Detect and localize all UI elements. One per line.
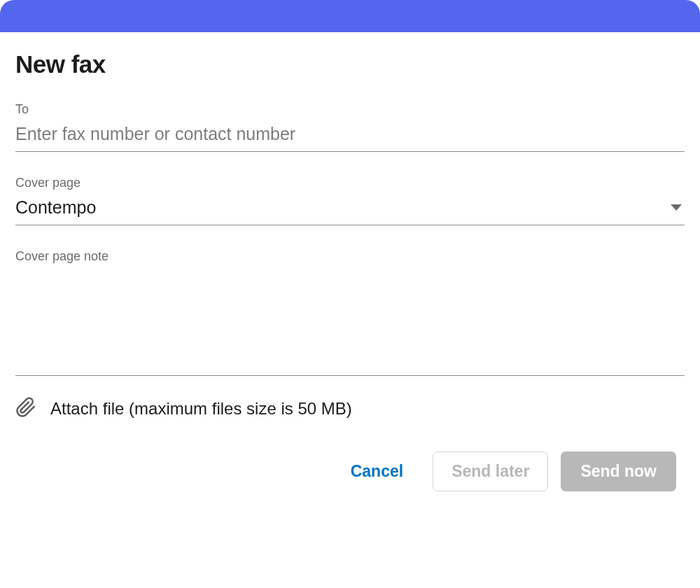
cover-page-note-label: Cover page note <box>15 249 685 264</box>
cover-page-label: Cover page <box>15 176 685 190</box>
cover-page-note-field-group: Cover page note <box>15 249 685 397</box>
cover-page-select[interactable]: Contempo <box>15 197 685 225</box>
send-later-button[interactable]: Send later <box>433 451 548 491</box>
to-input[interactable] <box>15 124 685 144</box>
modal-content: New fax To Cover page Contempo Cover pag… <box>0 32 700 588</box>
send-now-button[interactable]: Send now <box>561 451 676 491</box>
attach-file-button[interactable]: Attach file (maximum files size is 50 MB… <box>15 397 685 421</box>
chevron-down-icon <box>671 204 682 211</box>
new-fax-modal: New fax To Cover page Contempo Cover pag… <box>0 0 700 588</box>
cancel-button[interactable]: Cancel <box>334 454 420 489</box>
modal-header-bar <box>0 0 700 32</box>
to-input-row <box>15 124 685 152</box>
attach-file-label: Attach file (maximum files size is 50 MB… <box>50 399 352 419</box>
to-field-group: To <box>15 102 685 152</box>
to-label: To <box>15 102 685 117</box>
cover-page-field-group: Cover page Contempo <box>15 176 685 225</box>
cover-page-note-input[interactable] <box>15 271 685 376</box>
modal-footer: Cancel Send later Send now <box>15 451 685 517</box>
cover-page-selected-value: Contempo <box>15 197 96 218</box>
modal-title: New fax <box>15 50 685 78</box>
paperclip-icon <box>15 397 36 421</box>
